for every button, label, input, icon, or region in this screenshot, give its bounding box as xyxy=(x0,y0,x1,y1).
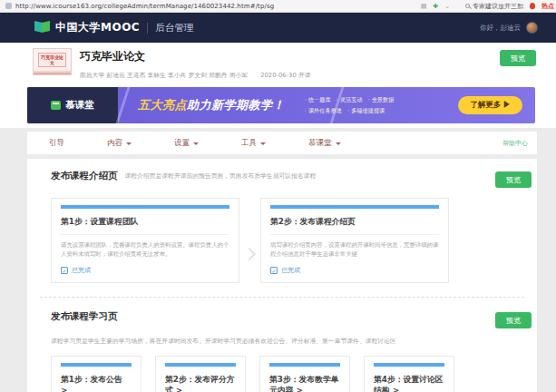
hot-flame-icon xyxy=(530,3,535,9)
step-card-title: 第3步：发布教学单元内容 > xyxy=(269,375,340,392)
card-progress-bar xyxy=(61,205,229,209)
section-intro-header: 发布课程介绍页 课程介绍页是课程开课前的预告页面，页面发布后学生就可以报名课程 … xyxy=(27,170,537,188)
nav-tab-tools[interactable]: 工具 xyxy=(241,138,266,149)
intro-preview-button[interactable]: 预览 xyxy=(495,172,532,188)
nav-tab-label: 内容 xyxy=(107,138,122,149)
banner-brand-label: 慕课堂 xyxy=(65,99,94,112)
banner-bullet-list: · 统一题库 · 灵活互动 · 全景数据 · 课外任务推送 · 多端便捷授课 xyxy=(305,87,394,123)
step-card-announcement[interactable]: 第1步：发布公告 > 公告是学生进入学习页面看到的第一个页面，主要用于老师在教学… xyxy=(51,356,141,392)
search-suggestion-text[interactable]: 专家建议放开三胎 xyxy=(473,2,523,11)
course-thumbnail: 巧克毕业论文 xyxy=(33,48,72,75)
step-card-forum-structure[interactable]: 第4步：设置讨论区结构 > 课程讨论区是课程的交流区，老师可发布默认的层级结构，… xyxy=(364,356,454,392)
section-intro-subtitle: 课程介绍页是课程开课前的预告页面，页面发布后学生就可以报名课程 xyxy=(125,172,317,181)
avatar[interactable] xyxy=(526,22,538,34)
chevron-down-icon xyxy=(336,142,341,145)
banner-headline-highlight: 五大亮点 xyxy=(138,97,187,113)
course-open-date: 2020-06-30 开课 xyxy=(260,72,310,79)
step-done-toggle[interactable]: ✓ 已完成 xyxy=(270,266,439,275)
card-progress-bar xyxy=(270,205,439,209)
card-progress-bar xyxy=(165,363,236,367)
site-info-icon[interactable] xyxy=(5,3,12,9)
done-label: 已完成 xyxy=(281,266,300,275)
banner-cta-button[interactable]: 了解更多 ▶ xyxy=(458,96,522,114)
url-text[interactable]: http://www.icourse163.org/collegeAdmin/t… xyxy=(15,3,274,10)
hot-label[interactable]: 热点 xyxy=(541,2,554,11)
done-label: 已完成 xyxy=(72,266,91,275)
course-nav-bar: 引导 内容 设置 工具 慕课堂 帮助中心 xyxy=(27,132,537,154)
step-card-teaching-units[interactable]: 第3步：发布教学单元内容 > 教学单元内容是发布教学内容的环节，包含了课件、随堂… xyxy=(259,356,350,392)
browser-address-bar: http://www.icourse163.org/collegeAdmin/t… xyxy=(0,0,556,13)
section-learn-title: 发布课程学习页 xyxy=(51,310,118,323)
banner-brand-block: 慕课堂 xyxy=(27,87,118,123)
step-card-title: 第4步：设置讨论区结构 > xyxy=(374,375,444,392)
step-card-title: 第2步：发布评分方式 > xyxy=(165,375,236,392)
user-greeting: 你好，彭迪云 xyxy=(480,24,521,33)
card-progress-bar xyxy=(374,363,444,367)
section-learn-header: 发布课程学习页 预览 xyxy=(27,298,537,328)
banner-strip: 慕课堂 五大亮点 助力新学期教学！ · 统一题库 · 灵活互动 · 全景数据 ·… xyxy=(0,84,556,128)
banner-bullets-line2: · 课外任务推送 · 多端便捷授课 xyxy=(305,107,394,115)
step-card-title: 第1步：设置课程团队 xyxy=(61,217,229,235)
chevron-down-icon[interactable]: ⌄ xyxy=(444,3,450,10)
intro-steps-row: 第1步：设置课程团队 请先设置课程团队，完善课程负责人的资料设置。课程负责人的个… xyxy=(51,198,537,283)
browser-search[interactable]: 专家建议放开三胎 xyxy=(456,2,523,11)
nav-tab-label: 设置 xyxy=(174,138,190,149)
course-main-info: 巧克毕业论文 南昌大学 彭迪云 王道杰 李林生 李小兵 罗文剑 郑鹏丹 周小军 … xyxy=(80,48,310,80)
banner-headline: 五大亮点 助力新学期教学！ xyxy=(138,87,285,123)
header-divider xyxy=(147,23,148,34)
checkbox-checked-icon[interactable]: ✓ xyxy=(61,267,68,274)
thumbnail-illustration xyxy=(34,68,71,74)
banner-headline-rest: 助力新学期教学！ xyxy=(187,97,285,113)
header-subtitle: 后台管理 xyxy=(155,22,193,34)
step-card-body: 填写课程介绍页内容，设置课程的开课时间等信息，完整详细的课程介绍信息对于学生选课… xyxy=(270,240,439,260)
step-card-grading[interactable]: 第2步：发布评分方式 > 需要公布老师对课程考评的规划和对证书发放的设计，建议包… xyxy=(155,356,246,392)
learn-steps-row: 第1步：发布公告 > 公告是学生进入学习页面看到的第一个页面，主要用于老师在教学… xyxy=(51,356,537,392)
nav-tab-settings[interactable]: 设置 xyxy=(174,138,199,149)
step-card-title: 第1步：发布公告 > xyxy=(61,375,132,392)
nav-tab-label: 慕课堂 xyxy=(308,138,332,149)
banner-bullets-line1: · 统一题库 · 灵活互动 · 全景数据 xyxy=(305,96,394,104)
reader-mode-icon[interactable]: ▤ xyxy=(421,3,427,10)
step-card-body: 请先设置课程团队，完善课程负责人的资料设置。课程负责人的个人资料未填写时，课程介… xyxy=(61,240,229,260)
step-card-title: 第2步：发布课程介绍页 xyxy=(270,217,439,235)
search-icon xyxy=(465,4,470,8)
address-bar-right: ▤ ✚ ⌄ 专家建议放开三胎 热点 xyxy=(421,2,556,11)
learn-preview-button[interactable]: 预览 xyxy=(495,312,532,328)
app-header: 中国大学MOOC 后台管理 你好，彭迪云 xyxy=(0,13,556,43)
chevron-right-icon xyxy=(243,248,256,260)
mooc-logo-icon[interactable] xyxy=(34,22,50,34)
course-preview-button[interactable]: 预览 xyxy=(500,50,536,66)
nav-tab-content[interactable]: 内容 xyxy=(107,138,132,149)
extension-icon[interactable]: ✚ xyxy=(433,3,438,10)
step-card-publish-intro[interactable]: 第2步：发布课程介绍页 填写课程介绍页内容，设置课程的开课时间等信息，完整详细的… xyxy=(260,198,449,283)
section-learn-subtitle: 课程学习页是学生主要的学习场所，将在开课时间发布。开课时学习页必须有欢迎公告、评… xyxy=(51,337,537,346)
book-icon xyxy=(51,101,61,110)
course-meta: 南昌大学 彭迪云 王道杰 李林生 李小兵 罗文剑 郑鹏丹 周小军 2020-06… xyxy=(80,71,310,80)
card-progress-bar xyxy=(61,363,132,367)
course-title: 巧克毕业论文 xyxy=(80,49,310,64)
chevron-down-icon xyxy=(126,142,132,145)
thumbnail-title-text: 巧克毕业论文 xyxy=(38,53,66,67)
course-info-row: 巧克毕业论文 巧克毕业论文 南昌大学 彭迪云 王道杰 李林生 李小兵 罗文剑 郑… xyxy=(0,43,556,84)
help-center-link[interactable]: 帮助中心 xyxy=(502,139,528,148)
chevron-down-icon xyxy=(260,142,266,145)
chevron-down-icon xyxy=(193,142,199,145)
course-teachers: 南昌大学 彭迪云 王道杰 李林生 李小兵 罗文剑 郑鹏丹 周小军 xyxy=(80,72,248,79)
card-progress-bar xyxy=(269,363,340,367)
brand-title[interactable]: 中国大学MOOC xyxy=(55,20,140,35)
main-content: 发布课程介绍页 课程介绍页是课程开课前的预告页面，页面发布后学生就可以报名课程 … xyxy=(27,159,537,392)
section-intro-title: 发布课程介绍页 xyxy=(51,170,118,182)
header-user-area: 你好，彭迪云 xyxy=(480,22,538,34)
nav-tab-label: 引导 xyxy=(49,138,64,149)
checkbox-checked-icon[interactable]: ✓ xyxy=(270,267,278,274)
nav-tab-label: 工具 xyxy=(241,138,257,149)
nav-tab-guide[interactable]: 引导 xyxy=(49,138,64,149)
step-card-setup-team[interactable]: 第1步：设置课程团队 请先设置课程团队，完善课程负责人的资料设置。课程负责人的个… xyxy=(51,198,239,283)
mooc-classroom-banner[interactable]: 慕课堂 五大亮点 助力新学期教学！ · 统一题库 · 灵活互动 · 全景数据 ·… xyxy=(27,87,535,123)
step-done-toggle[interactable]: ✓ 已完成 xyxy=(61,266,229,275)
nav-tab-mooc-classroom[interactable]: 慕课堂 xyxy=(308,138,341,149)
